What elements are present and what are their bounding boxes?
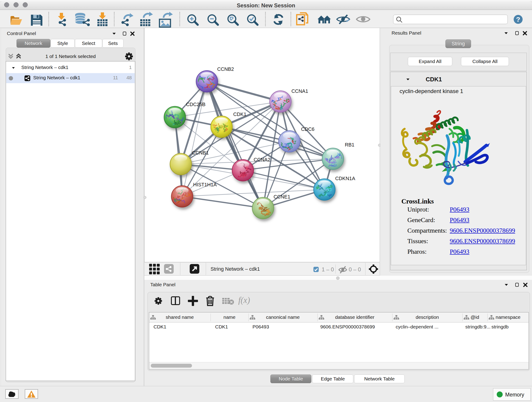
svg-text:HIST1H1A: HIST1H1A: [193, 182, 217, 187]
svg-text:CCNA2: CCNA2: [254, 157, 270, 162]
svg-text:CCNB2: CCNB2: [217, 66, 234, 72]
svg-text:CCNE1: CCNE1: [273, 194, 290, 200]
svg-text:RB1: RB1: [345, 142, 355, 148]
svg-text:CDKN1A: CDKN1A: [335, 176, 355, 181]
svg-text:CCNA1: CCNA1: [291, 89, 308, 94]
svg-text:CCNB1: CCNB1: [192, 150, 209, 156]
svg-text:CDC6: CDC6: [301, 127, 315, 132]
svg-text:CDK1: CDK1: [233, 112, 246, 117]
svg-text:CDC25B: CDC25B: [186, 102, 206, 107]
